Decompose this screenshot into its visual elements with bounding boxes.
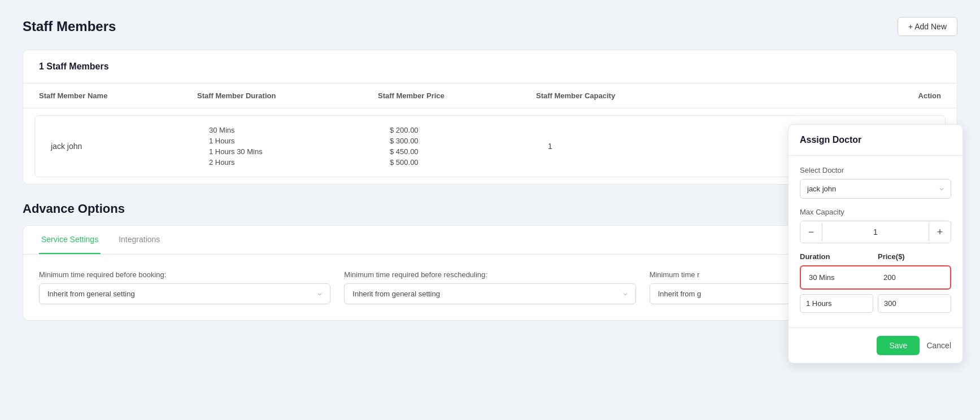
price-col-header: Price($): [878, 252, 951, 261]
capacity-label: Max Capacity: [800, 208, 951, 216]
page-title: Staff Members: [23, 19, 116, 34]
price-item: $ 450.00: [390, 147, 548, 156]
assign-doctor-panel: Assign Doctor Select Doctor jack john Ma…: [788, 124, 963, 364]
price-item: $ 300.00: [390, 137, 548, 145]
col-duration: Staff Member Duration: [197, 91, 378, 100]
duration-col-header: Duration: [800, 252, 873, 261]
cancel-button[interactable]: Cancel: [926, 336, 951, 355]
price-item: $ 200.00: [390, 126, 548, 134]
panel-footer: Save Cancel: [789, 327, 962, 363]
capacity-control: − 1 +: [800, 221, 951, 243]
capacity-minus-button[interactable]: −: [800, 221, 822, 243]
capacity-plus-button[interactable]: +: [929, 221, 951, 243]
price-item: $ 500.00: [390, 158, 548, 167]
rescheduling-select[interactable]: Inherit from general setting: [344, 283, 635, 304]
staff-capacity: 1: [548, 142, 706, 151]
booking-label: Minimum time required before booking:: [39, 270, 330, 279]
doctor-label: Select Doctor: [800, 166, 951, 174]
doctor-field: Select Doctor jack john: [800, 166, 951, 199]
col-action: Action: [694, 91, 941, 100]
duration-input-0[interactable]: [803, 269, 873, 286]
duration-price-row-highlighted: [800, 265, 951, 290]
field-booking: Minimum time required before booking: In…: [39, 270, 330, 304]
capacity-value: 1: [822, 223, 929, 241]
duration-input-1[interactable]: [800, 294, 873, 313]
table-header: Staff Member Name Staff Member Duration …: [23, 84, 957, 108]
doctor-select[interactable]: jack john: [800, 179, 951, 199]
duration-price-section: Duration Price($): [800, 252, 951, 313]
price-input-0[interactable]: [878, 269, 948, 286]
add-new-button[interactable]: + Add New: [898, 17, 957, 36]
col-price: Staff Member Price: [378, 91, 536, 100]
duration-item: 1 Hours: [209, 137, 390, 145]
duration-item: 1 Hours 30 Mins: [209, 147, 390, 156]
booking-select[interactable]: Inherit from general setting: [39, 283, 330, 304]
col-name: Staff Member Name: [39, 91, 197, 100]
duration-price-row-1: [800, 294, 951, 313]
duration-item: 2 Hours: [209, 158, 390, 167]
rescheduling-label: Minimum time required before reschedulin…: [344, 270, 635, 279]
col-capacity: Staff Member Capacity: [536, 91, 694, 100]
duration-item: 30 Mins: [209, 126, 390, 134]
save-button[interactable]: Save: [877, 336, 920, 355]
panel-title: Assign Doctor: [789, 125, 962, 156]
tab-integrations[interactable]: Integrations: [116, 226, 162, 254]
staff-count-header: 1 Staff Members: [23, 50, 957, 84]
panel-body: Select Doctor jack john Max Capacity − 1…: [789, 156, 962, 327]
tab-service-settings[interactable]: Service Settings: [39, 226, 101, 254]
staff-prices: $ 200.00 $ 300.00 $ 450.00 $ 500.00: [390, 126, 548, 167]
staff-durations: 30 Mins 1 Hours 1 Hours 30 Mins 2 Hours: [209, 126, 390, 167]
capacity-field: Max Capacity − 1 +: [800, 208, 951, 243]
field-rescheduling: Minimum time required before reschedulin…: [344, 270, 635, 304]
price-input-1[interactable]: [878, 294, 951, 313]
staff-name: jack john: [51, 142, 209, 151]
